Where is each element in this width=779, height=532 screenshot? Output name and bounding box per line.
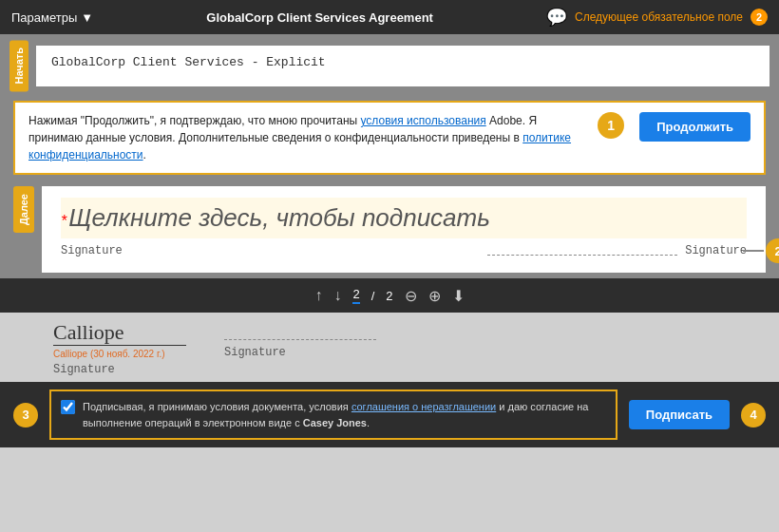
dalece-tab[interactable]: Далее bbox=[13, 186, 34, 233]
calliope-signature: Calliope bbox=[53, 320, 186, 346]
page-separator: / bbox=[371, 289, 375, 303]
step3-badge: 3 bbox=[13, 403, 38, 428]
click-to-sign-area[interactable]: *Щелкните здесь, чтобы подписать bbox=[61, 198, 747, 238]
sig-line-right bbox=[487, 255, 677, 256]
sig-preview-label1: Signature bbox=[53, 363, 186, 376]
user-name: Casey Jones bbox=[303, 417, 367, 428]
step1-badge: 1 bbox=[598, 112, 624, 139]
download-icon[interactable]: ⬇ bbox=[452, 287, 465, 305]
step2-badge: 2 bbox=[766, 238, 779, 263]
sig-name-date: Calliope (30 нояб. 2022 г.) bbox=[53, 349, 186, 359]
consent-text: Нажимая "Продолжить", я подтверждаю, что… bbox=[28, 112, 582, 163]
continue-button[interactable]: Продолжить bbox=[639, 112, 750, 142]
required-fields-badge: 2 bbox=[750, 9, 768, 26]
next-field-label[interactable]: Следующее обязательное поле bbox=[575, 10, 743, 24]
total-pages: 2 bbox=[386, 289, 392, 303]
params-label: Параметры bbox=[11, 10, 77, 25]
consent-box: Нажимая "Продолжить", я подтверждаю, что… bbox=[13, 101, 766, 175]
bottom-text-part1: Подписывая, я принимаю условия документа… bbox=[83, 401, 352, 412]
consent-text-part1: Нажимая "Продолжить", я подтверждаю, что… bbox=[28, 114, 360, 127]
bottom-checkbox-area: Подписывая, я принимаю условия документа… bbox=[49, 390, 618, 440]
consent-section: Нажимая "Продолжить", я подтверждаю, что… bbox=[0, 95, 779, 182]
sign-page: *Щелкните здесь, чтобы подписать Signatu… bbox=[42, 186, 766, 273]
sig-preview-label2: Signature bbox=[224, 346, 376, 359]
sig-blank-line bbox=[224, 339, 376, 340]
doc-page-title: GlobalCorp Client Services - Explicit bbox=[51, 55, 754, 69]
sign-button[interactable]: Подписать bbox=[629, 400, 730, 429]
zoom-in-icon[interactable]: ⊕ bbox=[428, 287, 441, 305]
sign-section: Далее *Щелкните здесь, чтобы подписать S… bbox=[0, 182, 779, 278]
required-star: * bbox=[61, 213, 66, 229]
step4-badge: 4 bbox=[741, 403, 766, 428]
doc-header-section: Начать GlobalCorp Client Services - Expl… bbox=[0, 34, 779, 95]
bottom-text-part3: . bbox=[367, 417, 370, 428]
document-title: GlobalCorp Client Services Agreement bbox=[206, 10, 433, 25]
sig-preview-section: Calliope Calliope (30 нояб. 2022 г.) Sig… bbox=[0, 313, 779, 382]
pagination-bar: ↑ ↓ 2 / 2 ⊖ ⊕ ⬇ bbox=[0, 278, 779, 313]
current-page: 2 bbox=[352, 287, 359, 304]
page-down-icon[interactable]: ↓ bbox=[333, 287, 341, 304]
sign-lines-row: Signature Signature 2 bbox=[61, 244, 747, 257]
nda-link[interactable]: соглашения о неразглашении bbox=[352, 401, 496, 412]
chevron-down-icon: ▼ bbox=[81, 10, 93, 25]
zoom-out-icon[interactable]: ⊖ bbox=[405, 287, 417, 305]
bottom-agreement-text: Подписывая, я принимаю условия документа… bbox=[83, 399, 606, 430]
sign-agree-checkbox[interactable] bbox=[61, 400, 75, 414]
page-up-icon[interactable]: ↑ bbox=[314, 287, 322, 304]
start-tab[interactable]: Начать bbox=[10, 40, 28, 91]
sig-label-left: Signature bbox=[61, 244, 123, 257]
click-to-sign-text: Щелкните здесь, чтобы подписать bbox=[68, 203, 490, 232]
top-bar-right: 💬 Следующее обязательное поле 2 bbox=[546, 7, 768, 28]
params-menu[interactable]: Параметры ▼ bbox=[11, 10, 93, 25]
doc-page-header: GlobalCorp Client Services - Explicit bbox=[36, 46, 770, 86]
sig-preview-right: Signature bbox=[224, 320, 376, 376]
consent-text-part3: . bbox=[143, 148, 146, 162]
top-bar: Параметры ▼ GlobalCorp Client Services A… bbox=[0, 0, 779, 34]
sig-label-right: Signature bbox=[685, 244, 747, 257]
bottom-bar: 3 Подписывая, я принимаю условия докумен… bbox=[0, 382, 779, 447]
sig-preview-left: Calliope Calliope (30 нояб. 2022 г.) Sig… bbox=[53, 320, 186, 376]
terms-link[interactable]: условия использования bbox=[360, 114, 485, 127]
chat-icon[interactable]: 💬 bbox=[546, 7, 567, 28]
